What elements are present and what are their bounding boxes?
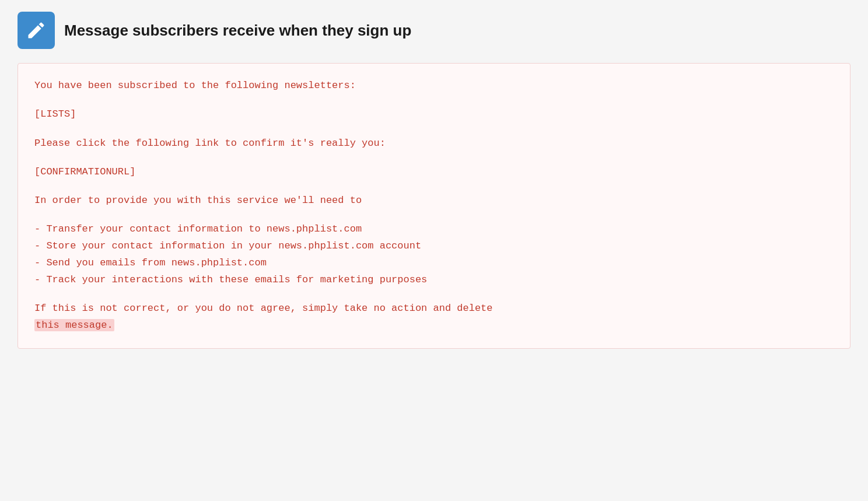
message-line: - Store your contact information in your…	[34, 238, 834, 255]
page-header: Message subscribers receive when they si…	[18, 12, 850, 49]
message-blank-line	[34, 94, 834, 106]
page-title: Message subscribers receive when they si…	[64, 22, 411, 40]
message-line: - Transfer your contact information to n…	[34, 221, 834, 238]
message-line: In order to provide you with this servic…	[34, 192, 834, 209]
edit-icon-box	[18, 12, 55, 49]
message-blank-line	[34, 123, 834, 135]
message-line: [CONFIRMATIONURL]	[34, 164, 834, 181]
message-line: [LISTS]	[34, 106, 834, 123]
message-line: - Track your interactions with these ema…	[34, 272, 834, 289]
message-blank-line	[34, 209, 834, 221]
edit-icon	[26, 20, 47, 41]
message-blank-line	[34, 152, 834, 163]
message-line: You have been subscribed to the followin…	[34, 78, 834, 94]
message-line: - Send you emails from news.phplist.com	[34, 255, 834, 272]
message-blank-line	[34, 181, 834, 192]
message-content: You have been subscribed to the followin…	[18, 63, 850, 349]
message-blank-line	[34, 289, 834, 300]
message-line: If this is not correct, or you do not ag…	[34, 300, 834, 317]
message-line: Please click the following link to confi…	[34, 135, 834, 152]
message-line-highlighted: this message.	[34, 317, 834, 334]
